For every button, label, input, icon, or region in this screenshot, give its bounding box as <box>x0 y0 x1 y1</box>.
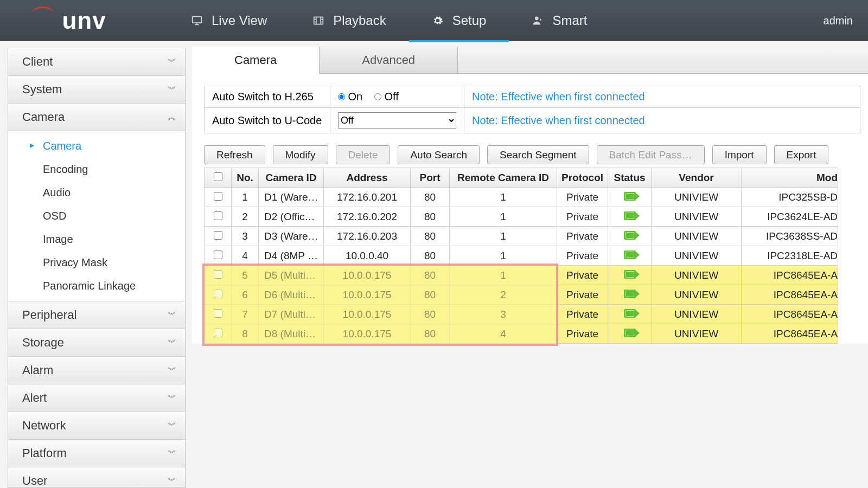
cell-model: IPC8645EA-A <box>742 324 838 344</box>
table-row[interactable]: 4D4 (8MP …10.0.0.40801PrivateUNIVIEWIPC2… <box>205 246 838 266</box>
sidebar-group-system[interactable]: System︾ <box>8 76 185 104</box>
refresh-button[interactable]: Refresh <box>204 145 265 164</box>
row-checkbox[interactable] <box>214 211 222 220</box>
nav-playback[interactable]: Playback <box>290 0 409 41</box>
sidebar-group-alert[interactable]: Alert︾ <box>8 384 185 412</box>
sidebar-item-panoramic-linkage[interactable]: Panoramic Linkage <box>8 274 185 298</box>
sidebar-group-alarm[interactable]: Alarm︾ <box>8 357 185 384</box>
svg-rect-1 <box>314 17 323 24</box>
h265-on-radio[interactable]: On <box>338 91 362 102</box>
batch-edit-password-button[interactable]: Batch Edit Pass… <box>597 145 705 164</box>
chevron-down-icon: ︾ <box>168 310 174 321</box>
nav-smart[interactable]: Smart <box>509 0 610 41</box>
sidebar-item-encoding[interactable]: Encoding <box>8 158 185 181</box>
sidebar-group-client[interactable]: Client︾ <box>8 48 185 76</box>
col-status[interactable]: Status <box>608 168 652 188</box>
nav-live-view[interactable]: Live View <box>168 0 290 41</box>
col-model[interactable]: Mod <box>742 168 838 188</box>
search-segment-button[interactable]: Search Segment <box>487 145 589 164</box>
nav-smart-label: Smart <box>552 13 587 28</box>
col-protocol[interactable]: Protocol <box>557 168 608 188</box>
table-row[interactable]: 6D6 (Multi…10.0.0.175802PrivateUNIVIEWIP… <box>205 285 838 305</box>
cell-vendor: UNIVIEW <box>652 207 742 227</box>
sidebar-group-camera[interactable]: Camera︽ <box>8 104 185 131</box>
cell-protocol: Private <box>557 285 608 305</box>
h265-off-radio[interactable]: Off <box>374 91 399 102</box>
row-checkbox[interactable] <box>214 290 222 298</box>
table-row[interactable]: 7D7 (Multi…10.0.0.175803PrivateUNIVIEWIP… <box>205 305 838 324</box>
top-nav: unv Live View Playback Setup Smart admin <box>0 0 868 41</box>
person-icon <box>532 15 544 26</box>
cell-vendor: UNIVIEW <box>652 324 742 344</box>
sidebar-item-privacy-mask[interactable]: Privacy Mask <box>8 251 185 274</box>
sidebar-item-osd[interactable]: OSD <box>8 204 185 228</box>
tab-camera[interactable]: Camera <box>192 47 320 74</box>
cell-vendor: UNIVIEW <box>652 266 742 285</box>
sidebar-group-peripheral[interactable]: Peripheral︾ <box>8 301 185 329</box>
h265-label: Auto Switch to H.265 <box>205 86 330 108</box>
table-row[interactable]: 5D5 (Multi…10.0.0.175801PrivateUNIVIEWIP… <box>205 266 838 285</box>
chevron-down-icon: ︾ <box>168 476 174 487</box>
options-panel: Auto Switch to H.265 On Off Note: Effect… <box>204 86 860 133</box>
sidebar-group-user[interactable]: User︾ <box>8 467 185 488</box>
table-row[interactable]: 2D2 (Offic…172.16.0.202801PrivateUNIVIEW… <box>205 207 838 227</box>
row-checkbox[interactable] <box>214 192 222 201</box>
cell-status <box>608 207 652 227</box>
cell-remote-camera-id: 1 <box>450 246 557 266</box>
camera-toolbar: Refresh Modify Delete Auto Search Search… <box>204 145 868 164</box>
table-row[interactable]: 3D3 (Ware…172.16.0.203801PrivateUNIVIEWI… <box>205 227 838 246</box>
brand-text: unv <box>62 7 106 34</box>
modify-button[interactable]: Modify <box>273 145 328 164</box>
cell-camera-id: D7 (Multi… <box>259 305 324 324</box>
sidebar-item-camera[interactable]: Camera <box>8 134 185 158</box>
sidebar-group-storage[interactable]: Storage︾ <box>8 329 185 357</box>
ucode-select[interactable]: Off <box>338 112 456 129</box>
table-row[interactable]: 1D1 (Ware…172.16.0.201801PrivateUNIVIEWI… <box>205 188 838 207</box>
cell-no: 5 <box>232 266 259 285</box>
nav-setup[interactable]: Setup <box>409 0 509 41</box>
cell-status <box>608 246 652 266</box>
row-checkbox[interactable] <box>214 329 222 337</box>
cell-model: IPC3638SS-AD <box>742 227 838 246</box>
cell-address: 172.16.0.202 <box>324 207 411 227</box>
col-remote-camera-id[interactable]: Remote Camera ID <box>450 168 557 188</box>
cell-model: IPC8645EA-A <box>742 266 838 285</box>
row-checkbox[interactable] <box>214 309 222 318</box>
chevron-down-icon: ︾ <box>168 420 174 432</box>
cell-remote-camera-id: 1 <box>450 266 557 285</box>
row-checkbox[interactable] <box>214 270 222 279</box>
cell-camera-id: D3 (Ware… <box>259 227 324 246</box>
sidebar-group-platform[interactable]: Platform︾ <box>8 440 185 467</box>
col-address[interactable]: Address <box>324 168 411 188</box>
cell-no: 3 <box>232 227 259 246</box>
tab-advanced[interactable]: Advanced <box>320 47 458 73</box>
cell-port: 80 <box>411 285 450 305</box>
svg-point-2 <box>535 17 539 21</box>
sidebar-group-network[interactable]: Network︾ <box>8 412 185 440</box>
auto-search-button[interactable]: Auto Search <box>398 145 480 164</box>
cell-port: 80 <box>411 188 450 207</box>
cell-status <box>608 188 652 207</box>
export-button[interactable]: Export <box>774 145 829 164</box>
sidebar-item-audio[interactable]: Audio <box>8 181 185 204</box>
row-checkbox[interactable] <box>214 251 222 259</box>
col-no[interactable]: No. <box>232 168 259 188</box>
col-camera-id[interactable]: Camera ID <box>259 168 324 188</box>
cell-remote-camera-id: 4 <box>450 324 557 344</box>
delete-button[interactable]: Delete <box>336 145 391 164</box>
nav-playback-label: Playback <box>333 13 386 28</box>
select-all-checkbox[interactable] <box>214 172 222 181</box>
cell-vendor: UNIVIEW <box>652 188 742 207</box>
table-row[interactable]: 8D8 (Multi…10.0.0.175804PrivateUNIVIEWIP… <box>205 324 838 344</box>
cell-protocol: Private <box>557 266 608 285</box>
col-port[interactable]: Port <box>411 168 450 188</box>
import-button[interactable]: Import <box>712 145 767 164</box>
camera-online-icon <box>624 211 636 220</box>
cell-address: 10.0.0.40 <box>324 246 411 266</box>
sidebar-item-image[interactable]: Image <box>8 228 185 251</box>
current-user[interactable]: admin <box>824 15 868 27</box>
row-checkbox[interactable] <box>214 231 222 240</box>
col-vendor[interactable]: Vendor <box>652 168 742 188</box>
monitor-icon <box>191 15 203 26</box>
camera-table-wrap: No. Camera ID Address Port Remote Camera… <box>204 168 868 344</box>
